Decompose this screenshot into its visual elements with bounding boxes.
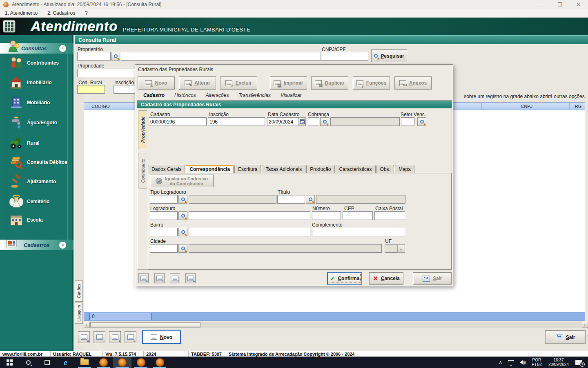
internet-explorer-button[interactable]: e	[56, 357, 75, 368]
tray-chevron-icon[interactable]: ∧	[499, 359, 502, 365]
record-prev-button[interactable]: ‹	[94, 331, 105, 343]
cod-rural-input[interactable]	[77, 85, 105, 94]
vtab-propriedade[interactable]: Propriedade	[138, 110, 147, 149]
tab-visualizar[interactable]: Visualizar	[276, 91, 311, 100]
tab-alteracoes[interactable]: Alterações	[201, 91, 238, 100]
sidebar-item-escola[interactable]: Escola	[9, 211, 70, 229]
bairro-search-button[interactable]	[178, 228, 187, 236]
restore-button[interactable]: ❐	[550, 0, 569, 9]
bairro-input[interactable]	[189, 228, 310, 236]
sidebar-item-consulta-debitos[interactable]: Consulta Débitos	[9, 153, 70, 171]
dialog-sair-button[interactable]: Sair	[413, 272, 452, 285]
cadastro-field-input[interactable]	[149, 117, 207, 126]
sidebar-item-cemiterio[interactable]: Cemitério	[9, 193, 70, 211]
tab-cartoes[interactable]: Cartões	[75, 280, 83, 302]
cidade-code-input[interactable]	[150, 244, 178, 253]
dialog-imprimir-button[interactable]: ▤Imprimir	[270, 76, 307, 90]
sair-button[interactable]: Sair	[545, 330, 586, 344]
proprietario-code-input[interactable]	[77, 52, 111, 61]
dialog-record-last-button[interactable]: »	[185, 273, 196, 283]
scrollbar-thumb[interactable]	[90, 322, 200, 328]
calendar-button[interactable]	[299, 117, 306, 126]
volume-icon[interactable]: )))	[520, 360, 526, 365]
sidebar-section-consultas[interactable]: Consultas «	[0, 43, 74, 54]
menu-cadastros[interactable]: 2. Cadastros	[42, 10, 80, 16]
clock[interactable]: 16:37 20/09/2024	[548, 358, 569, 367]
complemento-input[interactable]	[312, 228, 405, 236]
sidebar-section-cadastros[interactable]: Cadastros »	[0, 240, 74, 250]
app-window-3-button[interactable]	[131, 357, 150, 368]
file-explorer-button[interactable]	[75, 357, 94, 368]
app-window-1-button[interactable]	[94, 357, 113, 368]
task-view-button[interactable]	[38, 357, 56, 368]
horizontal-scrollbar[interactable]: ‹ ›	[84, 322, 588, 328]
chevron-up-icon[interactable]: «	[59, 45, 66, 52]
app-window-2-button[interactable]	[113, 357, 131, 368]
tab-taxas-adicionais[interactable]: Taxas Adicionais	[262, 165, 305, 173]
tab-listagem[interactable]: Listagem	[75, 303, 83, 324]
scroll-left-arrow[interactable]: ‹	[84, 322, 90, 328]
sidebar-item-agua-esgoto[interactable]: Água/Esgoto	[9, 114, 70, 132]
numero-input[interactable]	[312, 211, 341, 220]
scroll-right-arrow[interactable]: ›	[582, 322, 588, 328]
titulo-code-input[interactable]	[277, 195, 305, 204]
minimize-button[interactable]: —	[532, 0, 550, 9]
proprietario-name-input[interactable]	[121, 52, 321, 61]
tab-obs[interactable]: Obs.	[376, 165, 394, 173]
inscricao-field-input[interactable]	[208, 117, 265, 126]
confirma-button[interactable]: ✓ Confirma	[327, 272, 362, 285]
dialog-novo-button[interactable]: ≡Novo	[138, 76, 175, 90]
dialog-excluir-button[interactable]: ×Excluir	[220, 76, 257, 90]
start-button[interactable]	[0, 357, 19, 368]
uf-select[interactable]: ⌄	[385, 244, 405, 253]
setor-venc-search-button[interactable]	[417, 117, 426, 126]
tab-caracteristicas[interactable]: Características	[336, 165, 376, 173]
proprietario-search-button[interactable]	[111, 52, 120, 61]
menu-help[interactable]: ?	[80, 10, 93, 16]
cobranca-code-input[interactable]	[308, 117, 319, 126]
tipo-logradouro-search-button[interactable]	[178, 195, 187, 204]
vtab-contribuinte[interactable]: Contribuinte	[138, 153, 147, 188]
tab-dados-gerais[interactable]: Dados Gerais	[148, 165, 185, 173]
dialog-record-next-button[interactable]: ›	[170, 273, 180, 283]
cidade-search-button[interactable]	[178, 244, 187, 253]
tab-correspondencia[interactable]: Correspondência	[186, 165, 234, 173]
grid-column-cnpj[interactable]: CNPJ	[482, 103, 570, 110]
dialog-record-first-button[interactable]: «	[138, 273, 149, 283]
cep-input[interactable]	[343, 211, 373, 220]
titulo-search-button[interactable]	[306, 195, 315, 204]
tab-historicos[interactable]: Históricos	[169, 91, 205, 100]
novo-button[interactable]: Novo	[142, 330, 181, 344]
network-icon[interactable]	[508, 360, 514, 364]
menu-atendimento[interactable]: 1. Atendimento	[0, 10, 42, 16]
grid-column-rg[interactable]: RG	[570, 103, 585, 110]
tab-cadastro[interactable]: Cadastro	[138, 91, 174, 100]
cnpj-input[interactable]	[321, 52, 368, 61]
sidebar-item-mobiliario[interactable]: Mobiliário	[9, 94, 70, 112]
sidebar-item-contribuintes[interactable]: Contribuintes	[9, 54, 70, 72]
pesquisar-button[interactable]: Pesquisar	[371, 49, 407, 62]
igualar-endereco-button[interactable]: Igualar ao Endereço do Contribuinte	[150, 175, 214, 187]
caixa-postal-input[interactable]	[374, 211, 405, 220]
tab-transferencias[interactable]: Transferências	[234, 91, 279, 100]
dialog-duplicar-button[interactable]: ⊞Duplicar	[311, 76, 348, 90]
setor-venc-input[interactable]	[401, 117, 414, 126]
sidebar-item-imobiliario[interactable]: Imobiliário	[9, 74, 70, 92]
tipo-logradouro-code-input[interactable]	[150, 195, 178, 204]
dialog-anexos-button[interactable]: ✉Anexos	[394, 76, 432, 90]
tab-escritura[interactable]: Escritura	[234, 165, 261, 173]
record-next-button[interactable]: ›	[109, 331, 121, 343]
dropdown-chevron-icon[interactable]: ⌄	[397, 245, 404, 253]
cobranca-search-button[interactable]	[320, 117, 329, 126]
record-first-button[interactable]: «	[78, 331, 90, 343]
bairro-code-input[interactable]	[150, 228, 178, 236]
close-button[interactable]: ✕	[569, 0, 588, 9]
dialog-record-prev-button[interactable]: ‹	[154, 273, 165, 283]
app-window-4-button[interactable]	[150, 357, 169, 368]
sidebar-item-rural[interactable]: Rural	[9, 134, 70, 152]
language-indicator[interactable]: POR PTB2	[532, 358, 542, 367]
record-last-button[interactable]: »	[125, 331, 136, 343]
data-cadastro-input[interactable]	[267, 117, 299, 126]
cancela-button[interactable]: ✕ Cancela	[369, 272, 403, 285]
dialog-funcoes-button[interactable]: ƒFunções	[353, 76, 390, 90]
